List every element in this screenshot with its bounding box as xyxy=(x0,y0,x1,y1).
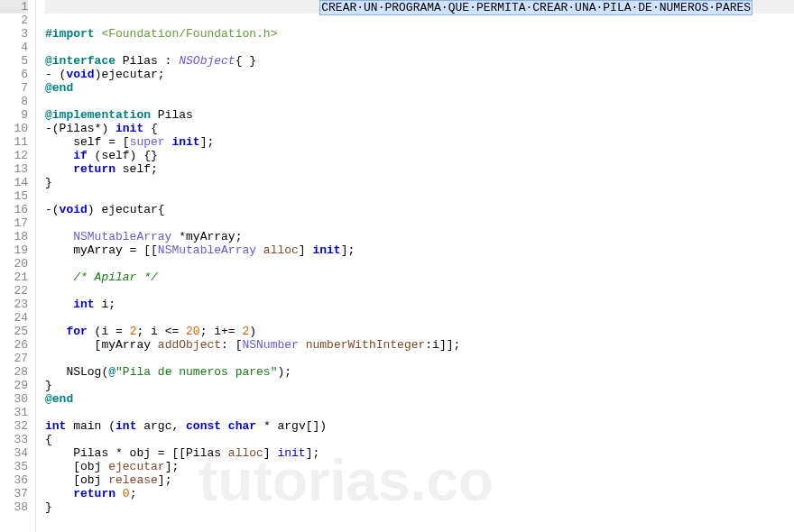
code-line[interactable] xyxy=(45,352,794,365)
code-line[interactable]: NSLog(@"Pila de numeros pares"); xyxy=(45,365,794,379)
code-line[interactable]: /* Apilar */ xyxy=(45,271,794,284)
code-line[interactable] xyxy=(45,311,794,325)
line-number: 9 xyxy=(0,108,28,122)
code-line[interactable]: Pilas * obj = [[Pilas alloc] init]; xyxy=(45,446,794,460)
code-line[interactable]: - (void)ejecutar; xyxy=(45,68,794,81)
code-line[interactable] xyxy=(45,14,794,27)
line-number: 23 xyxy=(0,298,28,311)
line-number: 22 xyxy=(0,284,28,298)
line-number: 18 xyxy=(0,230,28,243)
code-line[interactable]: #import <Foundation/Foundation.h> xyxy=(45,27,794,41)
code-line[interactable] xyxy=(45,41,794,54)
line-number: 17 xyxy=(0,216,28,230)
code-line[interactable]: int i; xyxy=(45,298,794,311)
code-line[interactable] xyxy=(45,216,794,230)
line-number: 13 xyxy=(0,162,28,176)
line-number-gutter: 1 2 3 4 5 6 7 8 9 10 11 12 13 14 15 16 1… xyxy=(0,0,36,532)
code-line[interactable]: [obj ejecutar]; xyxy=(45,460,794,473)
code-line[interactable]: } xyxy=(45,379,794,392)
code-line[interactable]: -(Pilas*) init { xyxy=(45,122,794,135)
line-number: 27 xyxy=(0,352,28,365)
code-line[interactable]: int main (int argc, const char * argv[]) xyxy=(45,419,794,433)
code-line[interactable]: if (self) {} xyxy=(45,149,794,162)
code-line[interactable]: @end xyxy=(45,392,794,406)
line-number: 8 xyxy=(0,95,28,108)
line-number: 19 xyxy=(0,243,28,257)
line-number: 20 xyxy=(0,257,28,271)
code-line[interactable]: [obj release]; xyxy=(45,473,794,487)
line-number: 4 xyxy=(0,41,28,54)
code-line[interactable] xyxy=(45,257,794,271)
line-number: 35 xyxy=(0,460,28,473)
line-number: 33 xyxy=(0,433,28,446)
line-number: 14 xyxy=(0,176,28,189)
line-number: 16 xyxy=(0,203,28,216)
line-number: 10 xyxy=(0,122,28,135)
line-number: 12 xyxy=(0,149,28,162)
code-line[interactable]: return self; xyxy=(45,162,794,176)
line-number: 6 xyxy=(0,68,28,81)
line-number: 28 xyxy=(0,365,28,379)
line-number: 21 xyxy=(0,271,28,284)
code-line[interactable]: return 0; xyxy=(45,487,794,500)
line-number: 5 xyxy=(0,54,28,68)
line-number: 30 xyxy=(0,392,28,406)
line-number: 26 xyxy=(0,338,28,352)
code-line[interactable]: CREAR·UN·PROGRAMA·QUE·PERMITA·CREAR·UNA·… xyxy=(45,0,794,14)
line-number: 24 xyxy=(0,311,28,325)
code-area[interactable]: CREAR·UN·PROGRAMA·QUE·PERMITA·CREAR·UNA·… xyxy=(36,0,794,532)
line-number: 11 xyxy=(0,135,28,149)
code-line[interactable] xyxy=(45,284,794,298)
code-line[interactable]: } xyxy=(45,176,794,189)
line-number: 15 xyxy=(0,189,28,203)
code-line[interactable]: self = [super init]; xyxy=(45,135,794,149)
line-number: 34 xyxy=(0,446,28,460)
line-number: 31 xyxy=(0,406,28,419)
line-number: 36 xyxy=(0,473,28,487)
code-line[interactable] xyxy=(45,95,794,108)
line-number: 25 xyxy=(0,325,28,338)
code-line[interactable]: for (i = 2; i <= 20; i+= 2) xyxy=(45,325,794,338)
line-number: 2 xyxy=(0,14,28,27)
code-line[interactable]: [myArray addObject: [NSNumber numberWith… xyxy=(45,338,794,352)
code-line[interactable]: NSMutableArray *myArray; xyxy=(45,230,794,243)
code-line[interactable] xyxy=(45,189,794,203)
line-number: 37 xyxy=(0,487,28,500)
code-line[interactable]: { xyxy=(45,433,794,446)
line-number: 3 xyxy=(0,27,28,41)
line-number: 38 xyxy=(0,500,28,514)
line-number: 32 xyxy=(0,419,28,433)
code-line[interactable] xyxy=(45,406,794,419)
code-line[interactable]: @implementation Pilas xyxy=(45,108,794,122)
line-number: 7 xyxy=(0,81,28,95)
selected-text[interactable]: CREAR·UN·PROGRAMA·QUE·PERMITA·CREAR·UNA·… xyxy=(319,0,752,15)
code-line[interactable]: @interface Pilas : NSObject{ } xyxy=(45,54,794,68)
code-line[interactable]: -(void) ejecutar{ xyxy=(45,203,794,216)
line-number: 29 xyxy=(0,379,28,392)
code-line[interactable]: @end xyxy=(45,81,794,95)
code-editor[interactable]: 1 2 3 4 5 6 7 8 9 10 11 12 13 14 15 16 1… xyxy=(0,0,794,532)
line-number: 1 xyxy=(0,0,28,14)
code-line[interactable]: myArray = [[NSMutableArray alloc] init]; xyxy=(45,243,794,257)
code-line[interactable]: } xyxy=(45,500,794,514)
